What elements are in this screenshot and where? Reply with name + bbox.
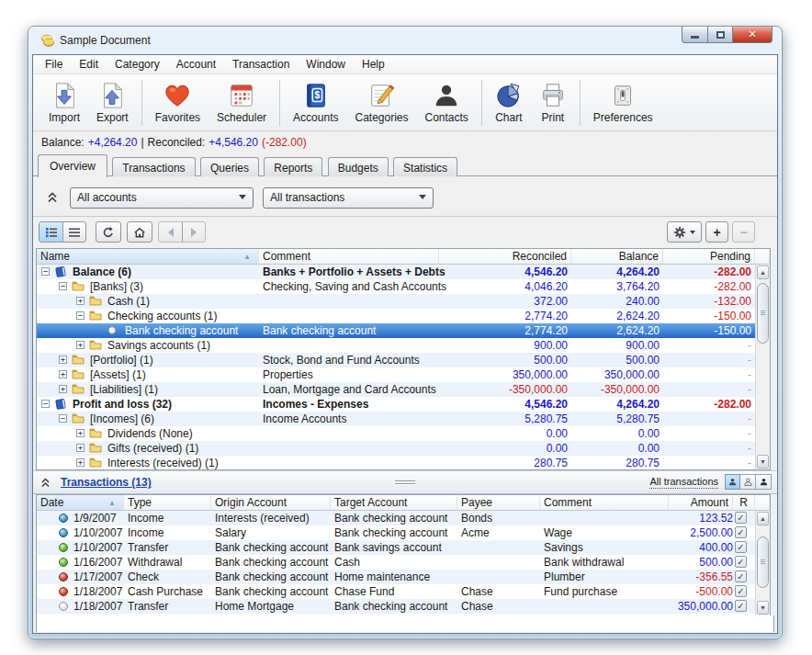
list-view-button[interactable] (62, 222, 85, 242)
scroll-up-icon[interactable]: ▲ (757, 512, 769, 525)
title-bar[interactable]: Sample Document ✕ (28, 27, 782, 54)
menu-help[interactable]: Help (354, 56, 393, 73)
tree-expander-minus-icon[interactable]: − (76, 311, 85, 320)
accounts-filter-dropdown[interactable]: All accounts (70, 187, 254, 209)
tree-row[interactable]: Bank checking accountBank checking accou… (37, 323, 755, 338)
tree-scrollbar[interactable]: ▲ ▼ (755, 265, 770, 469)
chart-button[interactable]: Chart (487, 79, 531, 127)
tree-row[interactable]: +Cash (1)372.00240.00-132.00 (37, 294, 755, 309)
column-header-date[interactable]: Date▲ (37, 495, 124, 511)
reconciled-checkbox[interactable]: ✓ (735, 526, 747, 538)
close-button[interactable]: ✕ (733, 27, 773, 43)
tab-reports[interactable]: Reports (264, 157, 322, 177)
tree-row[interactable]: −[Banks] (3)Checking, Saving and Cash Ac… (37, 279, 755, 294)
collapse-filters-button[interactable] (44, 189, 61, 206)
menu-category[interactable]: Category (107, 56, 168, 73)
reconciled-checkbox[interactable]: ✓ (735, 585, 747, 597)
column-header-payee[interactable]: Payee (457, 495, 540, 511)
details-view-button[interactable] (39, 222, 62, 242)
tree-expander-plus-icon[interactable]: + (59, 385, 67, 393)
column-header-comment[interactable]: Comment (540, 495, 669, 511)
preferences-button[interactable]: Preferences (585, 79, 661, 127)
tab-budgets[interactable]: Budgets (328, 157, 389, 177)
tree-row[interactable]: −Checking accounts (1)2,774.202,624.20-1… (37, 309, 755, 323)
tree-expander-plus-icon[interactable]: + (76, 429, 85, 437)
tree-row[interactable]: +[Liabilities] (1)Loan, Mortgage and Car… (37, 382, 755, 397)
splitter-grip[interactable] (395, 480, 415, 486)
transactions-scrollbar[interactable]: ▲ ▼ (755, 511, 770, 615)
remove-button[interactable]: − (732, 221, 755, 243)
menu-file[interactable]: File (37, 56, 71, 73)
tree-expander-plus-icon[interactable]: + (76, 444, 85, 452)
column-header-name[interactable]: Name▲ (37, 249, 259, 265)
tree-expander-plus-icon[interactable]: + (76, 341, 85, 349)
scheduler-button[interactable]: Scheduler (209, 79, 275, 127)
import-button[interactable]: Import (40, 79, 88, 127)
transactions-filter-label[interactable]: All transactions (649, 476, 718, 489)
accounts-button[interactable]: $ Accounts (285, 79, 346, 127)
reconciled-checkbox[interactable]: ✓ (735, 570, 747, 582)
maximize-button[interactable] (708, 27, 733, 43)
tree-expander-plus-icon[interactable]: + (59, 356, 67, 364)
home-button[interactable] (127, 221, 152, 243)
tree-row[interactable]: +Savings accounts (1)900.00900.00- (37, 338, 755, 353)
tab-overview[interactable]: Overview (38, 154, 107, 177)
tree-row[interactable]: +Interests (received) (1)280.75280.75- (37, 456, 755, 470)
print-button[interactable]: Print (531, 79, 575, 127)
column-header-comment[interactable]: Comment (259, 249, 439, 265)
column-header-balance[interactable]: Balance (571, 249, 663, 265)
column-header-origin[interactable]: Origin Account (211, 495, 331, 511)
scrollbar-thumb[interactable] (757, 536, 769, 588)
contacts-button[interactable]: Contacts (417, 79, 477, 127)
tree-expander-plus-icon[interactable]: + (76, 458, 85, 467)
menu-edit[interactable]: Edit (71, 56, 107, 73)
transactions-count-link[interactable]: Transactions (13) (61, 476, 152, 489)
reconciled-checkbox[interactable]: ✓ (735, 556, 747, 568)
menu-account[interactable]: Account (168, 56, 224, 73)
column-header-target[interactable]: Target Account (331, 495, 457, 511)
transaction-row[interactable]: 1/18/2007TransferHome MortgageBank check… (37, 599, 755, 614)
tab-queries[interactable]: Queries (200, 157, 259, 177)
tree-expander-minus-icon[interactable]: − (41, 400, 50, 408)
tree-row[interactable]: +Gifts (received) (1)0.000.00- (37, 441, 755, 456)
column-header-amount[interactable]: Amount (669, 495, 733, 511)
reconcile-filter-pending-icon[interactable] (740, 474, 756, 490)
reconcile-filter-done-icon[interactable] (756, 474, 772, 490)
tree-row[interactable]: +[Portfolio] (1)Stock, Bond and Fund Acc… (37, 353, 755, 367)
tree-row[interactable]: +Dividends (None)0.000.00- (37, 426, 755, 441)
transaction-row[interactable]: 1/18/2007Cash PurchaseBank checking acco… (37, 584, 755, 599)
tree-expander-plus-icon[interactable]: + (76, 297, 85, 305)
reconciled-checkbox[interactable]: ✓ (735, 512, 747, 524)
tree-row[interactable]: −Profit and loss (32)Incomes - Expenses4… (37, 397, 755, 412)
scroll-down-icon[interactable]: ▼ (757, 455, 769, 469)
reconcile-filter-all-icon[interactable] (725, 474, 740, 490)
tree-expander-plus-icon[interactable]: + (59, 370, 67, 378)
tree-row[interactable]: +[Assets] (1)Properties350,000.00350,000… (37, 367, 755, 382)
transaction-row[interactable]: 1/17/2007CheckBank checking accountHome … (37, 570, 755, 584)
transactions-filter-dropdown[interactable]: All transactions (263, 187, 434, 209)
back-button[interactable] (159, 222, 182, 242)
column-header-reconciled-flag[interactable]: R (733, 495, 755, 511)
add-button[interactable]: + (705, 221, 728, 243)
categories-button[interactable]: Categories (346, 79, 416, 127)
column-header-reconciled[interactable]: Reconciled (439, 249, 571, 265)
tab-transactions[interactable]: Transactions (112, 157, 195, 177)
transaction-row[interactable]: 1/9/2007IncomeInterests (received)Bank c… (37, 511, 755, 525)
tree-expander-minus-icon[interactable]: − (41, 267, 50, 276)
tree-expander-minus-icon[interactable]: − (59, 282, 67, 290)
tree-row[interactable]: −Balance (6)Banks + Portfolio + Assets +… (37, 265, 755, 279)
transaction-row[interactable]: 1/10/2007IncomeSalaryBank checking accou… (37, 525, 755, 540)
collapse-transactions-button[interactable] (37, 474, 53, 491)
column-header-pending[interactable]: Pending (663, 249, 755, 265)
transaction-row[interactable]: 1/10/2007TransferBank checking accountBa… (37, 540, 755, 555)
column-header-type[interactable]: Type (124, 495, 211, 511)
minimize-button[interactable] (682, 27, 708, 43)
favorites-button[interactable]: Favorites (147, 79, 209, 127)
menu-window[interactable]: Window (298, 56, 354, 73)
actions-menu-button[interactable] (667, 221, 702, 243)
tab-statistics[interactable]: Statistics (393, 157, 457, 177)
menu-transaction[interactable]: Transaction (224, 56, 298, 73)
forward-button[interactable] (182, 222, 205, 242)
export-button[interactable]: Export (88, 79, 137, 127)
reconciled-checkbox[interactable]: ✓ (735, 600, 747, 612)
